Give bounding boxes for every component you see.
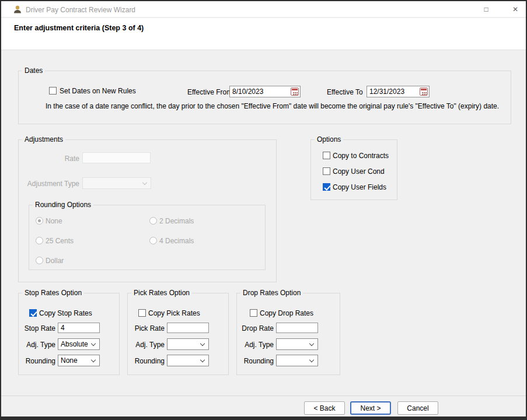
drop-rate-label: Drop Rate: [237, 324, 274, 332]
calendar-icon[interactable]: [291, 88, 299, 96]
drop-rates-legend: Drop Rates Option: [240, 289, 303, 297]
rounding-radio-25-cents[interactable]: [36, 237, 43, 244]
header-band: Enter adjustment criteria (Step 3 of 4): [1, 18, 526, 50]
maximize-button[interactable]: □: [476, 1, 497, 18]
pick-rounding-dropdown[interactable]: [167, 355, 209, 366]
pick-rounding-label: Rounding: [128, 357, 165, 365]
copy-user-cond-checkbox[interactable]: [323, 167, 330, 175]
dates-legend: Dates: [22, 66, 45, 75]
footer-separator: [1, 396, 526, 396]
rounding-radio-none[interactable]: [36, 217, 43, 225]
stop-rates-group: Stop Rates Option Copy Stop Rates Stop R…: [18, 293, 120, 375]
set-dates-checkbox[interactable]: [49, 87, 57, 94]
options-legend: Options: [315, 135, 343, 144]
rounding-radio-4-decimals-label[interactable]: 4 Decimals: [159, 237, 194, 245]
calendar-icon[interactable]: [420, 88, 428, 96]
copy-stop-rates-checkbox[interactable]: [29, 309, 37, 317]
drop-rounding-label: Rounding: [237, 357, 274, 365]
stop-rate-input[interactable]: 4: [58, 323, 100, 333]
rounding-options-group: Rounding Options None 2 Decimals 25 Cent…: [29, 205, 266, 270]
rounding-radio-2-decimals[interactable]: [149, 217, 157, 225]
stop-rounding-dropdown[interactable]: None: [58, 355, 100, 366]
drop-adj-type-dropdown[interactable]: [276, 338, 318, 350]
effective-to-value: 12/31/2023: [369, 88, 404, 96]
adjustment-type-dropdown[interactable]: [82, 177, 151, 189]
pick-rates-legend: Pick Rates Option: [131, 289, 192, 297]
copy-user-fields-label[interactable]: Copy User Fields: [333, 183, 386, 191]
dates-group: Dates Set Dates on New Rules Effective F…: [18, 71, 511, 124]
rounding-radio-none-label[interactable]: None: [46, 217, 62, 225]
pick-rate-input[interactable]: [167, 323, 209, 333]
back-button[interactable]: < Back: [304, 401, 345, 415]
pick-rates-group: Pick Rates Option Copy Pick Rates Pick R…: [127, 293, 229, 375]
rounding-radio-2-decimals-label[interactable]: 2 Decimals: [159, 217, 194, 225]
titlebar[interactable]: Driver Pay Contract Review Wizard □ ✕: [1, 1, 526, 18]
effective-from-value: 8/10/2023: [232, 88, 263, 96]
stop-adj-type-value: Absolute: [61, 340, 88, 348]
stop-adj-type-dropdown[interactable]: Absolute: [58, 338, 100, 350]
rounding-radio-4-decimals[interactable]: [149, 237, 157, 244]
pick-rate-label: Pick Rate: [128, 324, 165, 332]
rounding-radio-25-cents-label[interactable]: 25 Cents: [46, 237, 74, 245]
cancel-button[interactable]: Cancel: [397, 401, 438, 415]
copy-to-contracts-label[interactable]: Copy to Contracts: [333, 152, 389, 160]
adjustments-legend: Adjustments: [22, 135, 65, 144]
date-conflict-note: In the case of a date range conflict, th…: [46, 102, 499, 110]
stop-rounding-value: None: [61, 356, 78, 365]
person-icon: [13, 5, 22, 14]
copy-pick-rates-label[interactable]: Copy Pick Rates: [148, 309, 200, 317]
set-dates-label[interactable]: Set Dates on New Rules: [60, 87, 136, 95]
options-group: Options Copy to Contracts Copy User Cond…: [310, 139, 397, 200]
effective-from-label: Effective From: [187, 88, 232, 96]
rate-input[interactable]: [82, 152, 151, 163]
copy-drop-rates-label[interactable]: Copy Drop Rates: [260, 309, 313, 317]
adjustments-group: Adjustments Rate Adjustment Type Roundin…: [18, 139, 277, 282]
effective-to-input[interactable]: 12/31/2023: [367, 86, 430, 97]
copy-to-contracts-checkbox[interactable]: [323, 152, 330, 159]
pick-adj-type-label: Adj. Type: [128, 341, 165, 349]
rounding-radio-dollar-label[interactable]: Dollar: [46, 257, 64, 265]
stop-rate-value: 4: [61, 324, 65, 332]
stop-rounding-label: Rounding: [19, 357, 55, 365]
drop-rate-input[interactable]: [276, 323, 318, 333]
next-button[interactable]: Next >: [350, 401, 391, 415]
stop-rates-legend: Stop Rates Option: [22, 289, 84, 297]
adjustment-type-label: Adjustment Type: [19, 180, 79, 188]
effective-to-label: Effective To: [327, 88, 363, 96]
window-title: Driver Pay Contract Review Wizard: [26, 6, 135, 14]
close-button[interactable]: ✕: [505, 1, 526, 18]
wizard-window: Driver Pay Contract Review Wizard □ ✕ En…: [0, 0, 527, 420]
copy-user-cond-label[interactable]: Copy User Cond: [333, 167, 385, 176]
rounding-radio-dollar[interactable]: [36, 257, 43, 264]
copy-stop-rates-label[interactable]: Copy Stop Rates: [39, 309, 92, 317]
stop-adj-type-label: Adj. Type: [19, 341, 55, 349]
copy-drop-rates-checkbox[interactable]: [250, 309, 257, 317]
drop-rates-group: Drop Rates Option Copy Drop Rates Drop R…: [236, 293, 340, 375]
drop-adj-type-label: Adj. Type: [237, 341, 274, 349]
stop-rate-label: Stop Rate: [19, 324, 55, 332]
drop-rounding-dropdown[interactable]: [276, 355, 318, 366]
pick-adj-type-dropdown[interactable]: [167, 338, 209, 350]
rounding-options-legend: Rounding Options: [33, 201, 93, 209]
copy-pick-rates-checkbox[interactable]: [138, 309, 146, 317]
rate-label: Rate: [19, 155, 79, 163]
copy-user-fields-checkbox[interactable]: [323, 183, 330, 191]
step-header: Enter adjustment criteria (Step 3 of 4): [14, 24, 144, 32]
effective-from-input[interactable]: 8/10/2023: [229, 86, 301, 97]
